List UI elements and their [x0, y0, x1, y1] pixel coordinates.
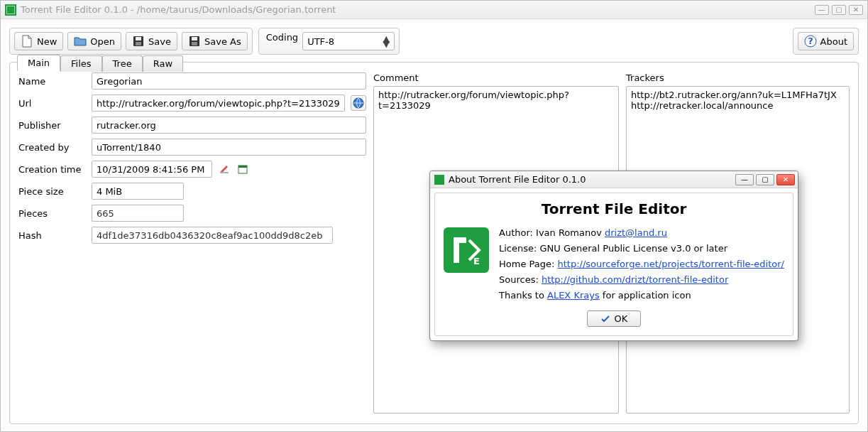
help-icon: ? [804, 35, 817, 48]
tab-raw[interactable]: Raw [143, 55, 183, 72]
svg-text:E: E [473, 256, 480, 266]
open-label: Open [90, 36, 115, 47]
tabstrip: Main Files Tree Raw [17, 55, 183, 71]
app-icon [434, 175, 444, 185]
svg-rect-2 [136, 42, 141, 45]
form-column: Name Url Publisher [18, 72, 366, 414]
publisher-label: Publisher [18, 120, 86, 131]
close-button[interactable]: ✕ [849, 5, 863, 15]
save-icon [132, 35, 145, 48]
maximize-button[interactable]: ▢ [832, 5, 846, 15]
check-icon [600, 314, 610, 324]
svg-rect-9 [220, 172, 229, 173]
about-dialog: About Torrent File Editor 0.1.0 — ▢ ✕ To… [429, 171, 798, 341]
dialog-title: About Torrent File Editor 0.1.0 [449, 174, 586, 185]
new-button[interactable]: New [14, 32, 63, 50]
about-author: Author: Ivan Romanov drizt@land.ru [499, 227, 784, 238]
url-label: Url [18, 98, 86, 109]
name-input[interactable] [92, 72, 366, 90]
calendar-button[interactable] [236, 163, 249, 176]
about-heading: Torrent File Editor [444, 200, 784, 217]
homepage-link[interactable]: http://sourceforge.net/projects/torrent-… [558, 259, 784, 269]
globe-icon [353, 97, 364, 109]
ok-button[interactable]: OK [587, 310, 642, 327]
saveas-label: Save As [204, 36, 241, 47]
dialog-titlebar[interactable]: About Torrent File Editor 0.1.0 — ▢ ✕ [430, 171, 798, 188]
piecesize-label: Piece size [18, 186, 86, 197]
publisher-input[interactable] [92, 117, 366, 134]
about-label: About [820, 36, 847, 47]
toolbar: New Open Save [9, 28, 859, 55]
window-title: Torrent File Editor 0.1.0 - /home/taurus… [21, 4, 336, 15]
svg-rect-1 [136, 37, 141, 40]
spinner-arrows-icon: ▲▼ [383, 36, 390, 46]
clear-time-button[interactable] [218, 163, 231, 176]
app-logo-icon: E [444, 227, 489, 273]
open-url-button[interactable] [351, 95, 366, 111]
ok-label: OK [615, 313, 628, 324]
trackers-label: Trackers [626, 72, 850, 83]
createdby-input[interactable] [92, 139, 366, 156]
svg-text:?: ? [808, 36, 813, 46]
hash-label: Hash [18, 230, 86, 241]
sources-link[interactable]: http://github.com/drizt/torrent-file-edi… [542, 274, 728, 285]
coding-select[interactable]: UTF-8 ▲▼ [302, 32, 395, 50]
folder-open-icon [74, 35, 87, 48]
ctime-input[interactable] [92, 161, 212, 178]
pieces-label: Pieces [18, 208, 86, 219]
comment-label: Comment [373, 72, 619, 83]
minimize-button[interactable]: — [815, 5, 829, 15]
save-button[interactable]: Save [126, 32, 177, 50]
saveas-button[interactable]: Save As [182, 32, 248, 50]
about-thanks: Thanks to ALEX Krays for application ico… [499, 290, 784, 301]
svg-rect-11 [238, 166, 247, 168]
svg-rect-5 [192, 42, 197, 45]
author-email-link[interactable]: drizt@land.ru [605, 227, 667, 238]
about-sources: Sources: http://github.com/drizt/torrent… [499, 274, 784, 285]
tab-tree[interactable]: Tree [102, 55, 143, 72]
titlebar[interactable]: Torrent File Editor 0.1.0 - /home/taurus… [1, 1, 867, 19]
about-license: License: GNU General Public License v3.0… [499, 243, 784, 254]
app-icon [5, 4, 16, 16]
thanks-link[interactable]: ALEX Krays [547, 290, 600, 301]
coding-value: UTF-8 [307, 36, 334, 47]
dialog-minimize-button[interactable]: — [735, 174, 754, 185]
dialog-close-button[interactable]: ✕ [776, 174, 795, 185]
tab-files[interactable]: Files [60, 55, 102, 72]
createdby-label: Created by [18, 142, 86, 153]
about-homepage: Home Page: http://sourceforge.net/projec… [499, 259, 784, 269]
piecesize-input[interactable] [92, 183, 184, 200]
open-button[interactable]: Open [67, 32, 121, 50]
ctime-label: Creation time [18, 164, 86, 175]
coding-label: Coding [266, 32, 298, 50]
pieces-input[interactable] [92, 205, 184, 222]
file-new-icon [21, 35, 33, 48]
dialog-maximize-button[interactable]: ▢ [756, 174, 774, 185]
name-label: Name [18, 76, 86, 87]
saveas-icon [188, 35, 201, 48]
hash-input[interactable] [92, 227, 333, 244]
svg-rect-4 [192, 37, 197, 40]
new-label: New [37, 36, 57, 47]
url-input[interactable] [92, 94, 345, 112]
tab-main[interactable]: Main [17, 55, 60, 71]
save-label: Save [148, 36, 171, 47]
about-button[interactable]: ? About [798, 32, 854, 50]
